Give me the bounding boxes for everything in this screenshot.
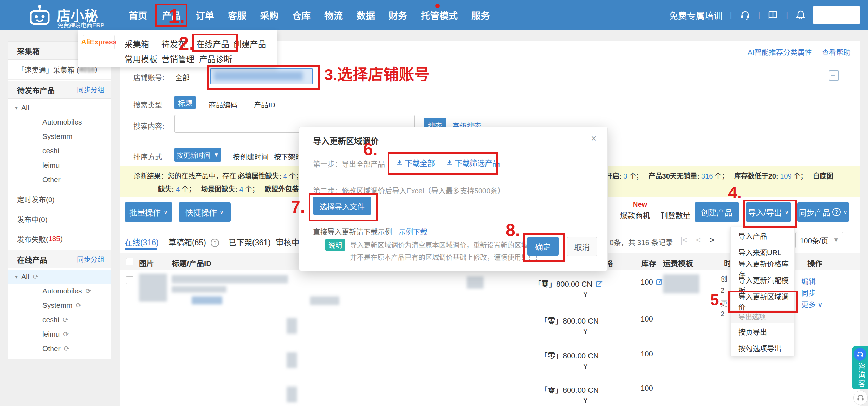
bulk-actions-button[interactable]: 批量操作∨ <box>125 202 172 222</box>
nav-finance[interactable]: 财务 <box>389 9 407 22</box>
nav-purchase[interactable]: 采购 <box>260 9 278 22</box>
nav-logistics[interactable]: 物流 <box>324 9 343 22</box>
import-export-button[interactable]: 导入/导出∨ <box>746 202 791 222</box>
download-filtered-link[interactable]: 下载筛选产品 <box>446 157 500 168</box>
sidebar-tree-item[interactable]: Automobiles <box>8 115 145 129</box>
sidebar-tree-item[interactable]: ceshi⟳ <box>8 313 145 327</box>
sidebar-tree-item[interactable]: leimu⟳ <box>8 327 145 341</box>
sidebar-tree-item[interactable]: Other <box>8 172 145 187</box>
nav-managed-mode[interactable]: 托管模式 <box>421 9 458 22</box>
sidebar-tree-item[interactable]: Systemm⟳ <box>8 298 145 313</box>
sidebar-tree-item[interactable]: Systemm <box>8 129 145 144</box>
sidebar-tree-item[interactable]: leimu <box>8 158 145 172</box>
time-fragment: 创 <box>721 274 727 284</box>
nav-home[interactable]: 首页 <box>129 9 147 22</box>
menu-import-auto-template[interactable]: 导入更新汽配模板 <box>731 277 794 293</box>
sidebar-item-publishing[interactable]: 发布中(0) <box>8 209 120 228</box>
menu-item-online-products[interactable]: 在线产品 <box>196 38 229 50</box>
pagination-next[interactable]: > <box>710 235 714 245</box>
tab-online[interactable]: 在线(316) <box>125 236 159 248</box>
tab-offline[interactable]: 已下架(361) <box>229 236 271 248</box>
choose-import-file-button[interactable]: 选择导入文件 <box>313 197 371 215</box>
training-link[interactable]: 免费专属培训 <box>669 9 723 22</box>
nav-services[interactable]: 服务 <box>471 9 490 22</box>
row-checkbox[interactable] <box>126 276 133 284</box>
annotation-3: 3.选择店铺账号 <box>324 67 430 82</box>
nav-warehouse[interactable]: 仓库 <box>292 9 311 22</box>
user-account-area[interactable] <box>813 6 860 24</box>
sidebar-tree-item[interactable]: Other⟳ <box>8 341 145 356</box>
create-product-button[interactable]: 创建产品 <box>695 202 739 222</box>
menu-import-regional-pricing[interactable]: 导入更新区域调价 <box>731 293 794 310</box>
sync-group-link-online[interactable]: 同步分组 <box>77 254 104 264</box>
search-type-code[interactable]: 商品编码 <box>209 99 237 109</box>
sort-by-create[interactable]: 按创建时间 <box>233 151 269 161</box>
pagination-first[interactable]: |< <box>680 235 687 245</box>
sidebar-item-publish-failed[interactable]: 发布失败(185) <box>8 229 120 248</box>
help-float-button[interactable] <box>853 391 868 405</box>
tab-review[interactable]: 审核中( <box>276 236 302 248</box>
close-icon[interactable]: × <box>591 133 596 144</box>
listing-count-link[interactable]: 刊登数量 <box>660 209 690 220</box>
menu-item-create-product[interactable]: 创建产品 <box>233 38 266 50</box>
help-link[interactable]: 查看帮助 <box>822 47 851 57</box>
store-account-select[interactable] <box>210 68 313 84</box>
menu-item-marketing[interactable]: 营销管理 <box>161 53 194 65</box>
quick-actions-button[interactable]: 快捷操作∨ <box>179 202 231 222</box>
select-all-checkbox[interactable] <box>126 258 133 265</box>
refresh-icon[interactable]: ⟳ <box>33 273 38 281</box>
hot-products-link[interactable]: 爆款商机 <box>620 209 650 220</box>
annotation-2: 2. <box>179 34 194 53</box>
menu-import-price-stock[interactable]: 导入更新价格库存 <box>731 260 794 277</box>
refresh-icon[interactable]: ⟳ <box>63 316 68 324</box>
refresh-icon[interactable]: ⟳ <box>64 344 70 353</box>
sidebar-tree-online-all[interactable]: ▾All⟳ <box>8 270 111 284</box>
nav-orders[interactable]: 订单 <box>196 9 214 22</box>
notification-bell-icon[interactable] <box>795 10 806 21</box>
confirm-button[interactable]: 确定 <box>527 237 559 256</box>
edit-stock-icon[interactable] <box>656 278 663 286</box>
sidebar-tree-item[interactable]: Automobiles⟳ <box>8 284 145 298</box>
row-action-sync[interactable]: 同步 <box>801 287 816 298</box>
row-action-edit[interactable]: 编辑 <box>801 276 816 286</box>
sync-product-button[interactable]: 同步产品 ? ∨ <box>797 202 849 222</box>
search-type-pid[interactable]: 产品ID <box>254 99 275 109</box>
sync-group-link-pending[interactable]: 同步分组 <box>77 84 104 94</box>
page-size-select[interactable]: 100条/页 ▼ <box>795 232 843 248</box>
sidebar-item-scheduled[interactable]: 定时发布(0) <box>8 189 120 209</box>
edit-price-icon[interactable] <box>596 280 603 288</box>
refresh-icon[interactable]: ⟳ <box>76 301 82 310</box>
aliexpress-brand-chip[interactable]: AliExpress <box>83 35 115 49</box>
cancel-button[interactable]: 取消 <box>567 237 597 256</box>
collapse-panel-icon[interactable] <box>829 70 839 81</box>
ai-recommend-link[interactable]: AI智能推荐分类属性 <box>748 47 812 57</box>
menu-export-by-selection[interactable]: 按勾选项导出 <box>731 340 794 356</box>
nav-service[interactable]: 客服 <box>228 9 246 22</box>
refresh-icon[interactable]: ⟳ <box>63 330 69 338</box>
sort-by-update-chip[interactable]: 按更新时间▼ <box>174 148 221 162</box>
pagination-prev[interactable]: < <box>696 235 701 245</box>
tree-caret-icon[interactable]: ▾ <box>15 105 18 111</box>
menu-import-source-url[interactable]: 导入来源URL <box>731 244 794 260</box>
row-action-more[interactable]: 更多 ∨ <box>801 299 823 309</box>
menu-item-collect-box[interactable]: 采集箱 <box>125 38 149 50</box>
tab-draft[interactable]: 草稿箱(65) ? <box>168 236 219 248</box>
menu-export-by-page[interactable]: 按页导出 <box>731 323 794 340</box>
tree-caret-icon[interactable]: ▾ <box>15 274 18 280</box>
sidebar-tree-item[interactable]: ceshi <box>8 144 145 158</box>
menu-import-product[interactable]: 导入产品 <box>731 227 794 244</box>
question-circle-icon[interactable]: ? <box>211 239 219 247</box>
handbook-icon[interactable] <box>767 10 778 21</box>
nav-data[interactable]: 数据 <box>357 9 375 22</box>
store-filter-all[interactable]: 全部 <box>175 72 190 82</box>
download-all-link[interactable]: 下载全部 <box>396 157 435 168</box>
refresh-icon[interactable]: ⟳ <box>86 287 91 295</box>
headset-icon[interactable] <box>740 10 751 21</box>
menu-item-diagnosis[interactable]: 产品诊断 <box>199 53 232 65</box>
product-id-blur <box>192 296 222 304</box>
example-download-link[interactable]: 示例下载 <box>399 226 427 236</box>
search-type-title[interactable]: 标题 <box>174 96 196 109</box>
sidebar-tree-pending-all[interactable]: ▾All <box>8 101 111 115</box>
consult-service-widget[interactable]: 咨询客服 <box>852 346 868 389</box>
menu-item-templates[interactable]: 常用模板 <box>125 53 157 65</box>
